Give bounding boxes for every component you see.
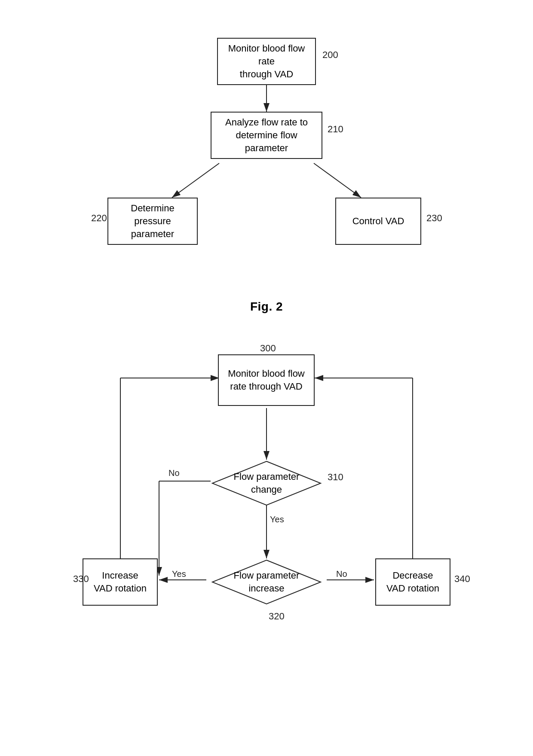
ref-210: 210 [328, 124, 343, 135]
page: Monitor blood flow ratethrough VAD 200 A… [0, 0, 533, 756]
ref-230: 230 [426, 213, 442, 224]
fig2-caption: Fig. 2 [250, 300, 283, 314]
box-210: Analyze flow rate todetermine flow param… [211, 112, 322, 159]
diamond-310: Flow parameterchange [211, 460, 322, 507]
svg-line-3 [314, 163, 361, 198]
box-300: Monitor blood flowrate through VAD [218, 354, 315, 406]
box-340: DecreaseVAD rotation [375, 558, 450, 606]
label-no1: No [168, 468, 180, 478]
ref-310: 310 [328, 472, 343, 483]
diamond-320: Flow parameterincrease [211, 558, 322, 606]
ref-320: 320 [269, 611, 285, 622]
box-220: Determine pressureparameter [107, 198, 198, 245]
ref-220: 220 [91, 213, 107, 224]
ref-200: 200 [322, 49, 338, 61]
ref-300: 300 [260, 343, 276, 354]
label-yes1: Yes [270, 515, 284, 524]
label-yes2: Yes [172, 569, 186, 579]
svg-line-2 [172, 163, 219, 198]
box-330: IncreaseVAD rotation [83, 558, 158, 606]
ref-340: 340 [454, 573, 470, 585]
box-200: Monitor blood flow ratethrough VAD [217, 38, 316, 85]
label-no2: No [336, 569, 347, 579]
diagram-fig2: Monitor blood flow ratethrough VAD 200 A… [73, 26, 460, 292]
ref-330: 330 [73, 573, 89, 585]
diagram-fig3: 300 Monitor blood flowrate through VAD F… [73, 335, 460, 752]
box-230: Control VAD [335, 198, 421, 245]
